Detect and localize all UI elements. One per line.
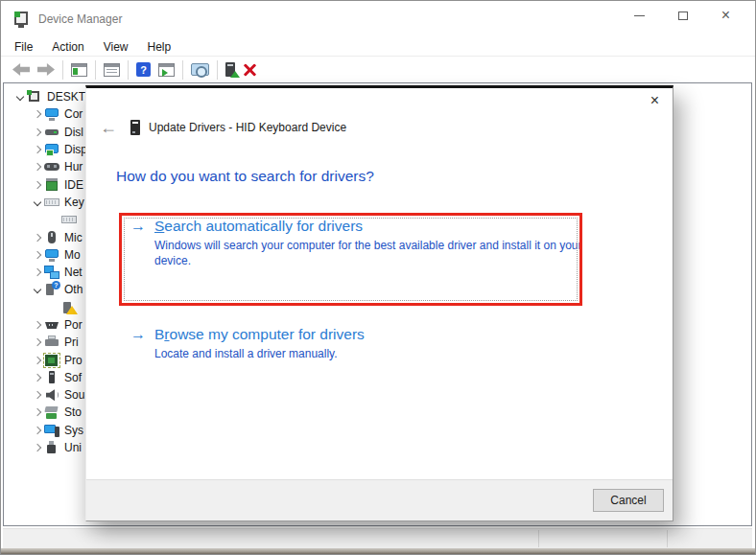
chevron-right-icon[interactable] bbox=[31, 339, 44, 345]
help-button[interactable]: ? bbox=[132, 58, 154, 81]
close-button[interactable]: × bbox=[704, 1, 747, 30]
toolbar-separator bbox=[217, 60, 218, 80]
status-separator bbox=[667, 530, 668, 547]
processors-icon bbox=[44, 354, 59, 367]
dialog-back-icon[interactable]: ← bbox=[100, 119, 117, 136]
uninstall-device-icon bbox=[243, 63, 256, 77]
show-console-tree-icon bbox=[71, 63, 87, 77]
annotation-highlight-box bbox=[119, 213, 582, 306]
system-devices-icon bbox=[44, 424, 59, 437]
maximize-button[interactable] bbox=[661, 1, 704, 30]
properties-icon bbox=[104, 63, 120, 77]
close-icon: × bbox=[721, 8, 730, 23]
tree-item-label: Oth bbox=[64, 283, 83, 296]
chevron-right-icon[interactable] bbox=[31, 164, 44, 170]
title-bar: Device Manager × bbox=[1, 1, 755, 37]
chevron-right-icon[interactable] bbox=[31, 358, 44, 363]
chevron-down-icon[interactable] bbox=[31, 199, 44, 205]
driver-option-2[interactable]: →Browse my computer for driversLocate an… bbox=[130, 325, 365, 361]
tree-item-label: Mo bbox=[64, 248, 81, 262]
chevron-right-icon[interactable] bbox=[31, 322, 44, 328]
menu-view[interactable]: View bbox=[104, 40, 129, 54]
device-manager-window: Device Manager × FileActionViewHelp ? DE… bbox=[0, 0, 756, 555]
tree-item-label: Pri bbox=[64, 335, 79, 349]
sound-controllers-icon bbox=[44, 388, 59, 402]
unknown-device-warning-icon bbox=[61, 301, 77, 314]
device-manager-app-icon bbox=[14, 12, 28, 25]
minimize-button[interactable] bbox=[618, 1, 661, 30]
action-pane-icon bbox=[158, 63, 175, 77]
window-title: Device Manager bbox=[38, 12, 122, 26]
dialog-header: ← Update Drivers - HID Keyboard Device bbox=[100, 119, 346, 136]
show-console-tree-button[interactable] bbox=[67, 58, 91, 81]
tree-item-label: Mic bbox=[64, 231, 83, 244]
chevron-right-icon[interactable] bbox=[31, 445, 44, 451]
disk-drives-icon bbox=[44, 126, 59, 139]
chevron-right-icon[interactable] bbox=[31, 428, 44, 433]
back-icon bbox=[12, 63, 30, 76]
chevron-down-icon[interactable] bbox=[31, 287, 44, 292]
print-queues-icon bbox=[44, 335, 59, 349]
dialog-footer: Cancel bbox=[86, 479, 673, 520]
chevron-right-icon[interactable] bbox=[31, 252, 44, 258]
tree-item-label: Disp bbox=[64, 143, 87, 156]
scan-hardware-changes-button[interactable] bbox=[187, 58, 213, 81]
window-bottom-edge bbox=[1, 548, 755, 554]
tree-item-label: IDE bbox=[64, 178, 83, 192]
display-adapters-icon bbox=[44, 143, 59, 156]
software-devices-icon bbox=[44, 371, 59, 384]
maximize-icon bbox=[678, 12, 688, 20]
scan-hardware-changes-icon bbox=[191, 63, 209, 76]
chevron-right-icon[interactable] bbox=[31, 129, 44, 135]
mice-icon bbox=[44, 231, 59, 244]
tree-item-label: Sou bbox=[64, 388, 84, 402]
forward-button[interactable] bbox=[34, 58, 59, 81]
chevron-right-icon[interactable] bbox=[31, 111, 44, 117]
tree-item-label: Uni bbox=[64, 441, 82, 454]
tree-item-label: Net bbox=[64, 266, 83, 279]
back-button[interactable] bbox=[9, 58, 34, 81]
tree-item-label: Disl bbox=[64, 126, 83, 139]
toolbar-separator bbox=[62, 60, 63, 80]
uninstall-device-button[interactable] bbox=[239, 58, 260, 81]
storage-controllers-icon bbox=[44, 405, 59, 419]
chevron-right-icon[interactable] bbox=[31, 235, 44, 241]
chevron-right-icon[interactable] bbox=[31, 147, 44, 152]
tree-item-label: Por bbox=[64, 318, 83, 332]
chevron-right-icon[interactable] bbox=[31, 392, 44, 398]
chevron-right-icon[interactable] bbox=[31, 409, 44, 415]
update-driver-icon bbox=[225, 62, 235, 77]
focus-rectangle bbox=[124, 218, 578, 301]
hid-keyboard-device-icon bbox=[61, 213, 77, 226]
menu-bar: FileActionViewHelp bbox=[1, 37, 755, 57]
chevron-right-icon[interactable] bbox=[31, 269, 44, 275]
status-bar bbox=[3, 528, 752, 548]
option-title: Browse my computer for drivers bbox=[154, 325, 365, 343]
menu-help[interactable]: Help bbox=[148, 40, 172, 54]
tree-item-label: Pro bbox=[64, 354, 83, 367]
chevron-right-icon[interactable] bbox=[31, 182, 44, 188]
menu-file[interactable]: File bbox=[14, 40, 33, 54]
dialog-heading: How do you want to search for drivers? bbox=[116, 168, 374, 185]
menu-action[interactable]: Action bbox=[52, 40, 83, 54]
driver-device-icon bbox=[130, 120, 140, 135]
action-pane-button[interactable] bbox=[154, 58, 178, 81]
cancel-button[interactable]: Cancel bbox=[593, 489, 664, 512]
tree-item-label: Sys bbox=[64, 424, 83, 437]
forward-icon bbox=[37, 63, 55, 76]
human-interface-devices-icon bbox=[44, 160, 59, 173]
dialog-title: Update Drivers - HID Keyboard Device bbox=[149, 121, 346, 134]
help-icon: ? bbox=[136, 62, 151, 77]
toolbar: ? bbox=[1, 57, 755, 82]
ide-controllers-icon bbox=[44, 178, 59, 192]
keyboards-icon bbox=[44, 196, 59, 209]
dialog-close-button[interactable]: × bbox=[650, 93, 659, 108]
arrow-right-icon: → bbox=[130, 325, 146, 361]
update-driver-button[interactable] bbox=[222, 58, 239, 81]
chevron-right-icon[interactable] bbox=[31, 375, 44, 381]
tree-item-label: Sto bbox=[64, 405, 82, 419]
chevron-down-icon[interactable] bbox=[13, 94, 27, 100]
update-drivers-dialog: × ← Update Drivers - HID Keyboard Device… bbox=[85, 85, 673, 521]
tree-item-label: Hur bbox=[64, 160, 83, 173]
properties-button[interactable] bbox=[100, 58, 124, 81]
